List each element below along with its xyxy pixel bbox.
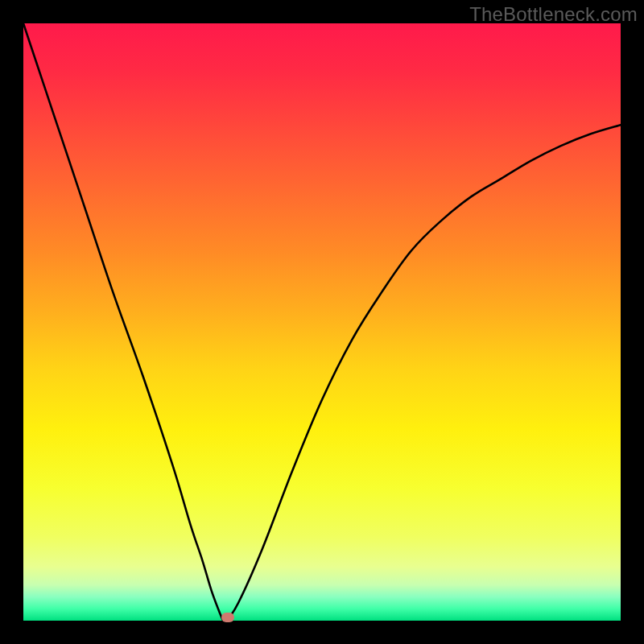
watermark-label: TheBottleneck.com bbox=[469, 3, 638, 26]
bottleneck-curve bbox=[23, 23, 621, 622]
curve-svg bbox=[23, 23, 621, 621]
optimum-marker bbox=[221, 613, 234, 622]
plot-area bbox=[23, 23, 621, 621]
chart-frame: TheBottleneck.com bbox=[0, 0, 644, 644]
